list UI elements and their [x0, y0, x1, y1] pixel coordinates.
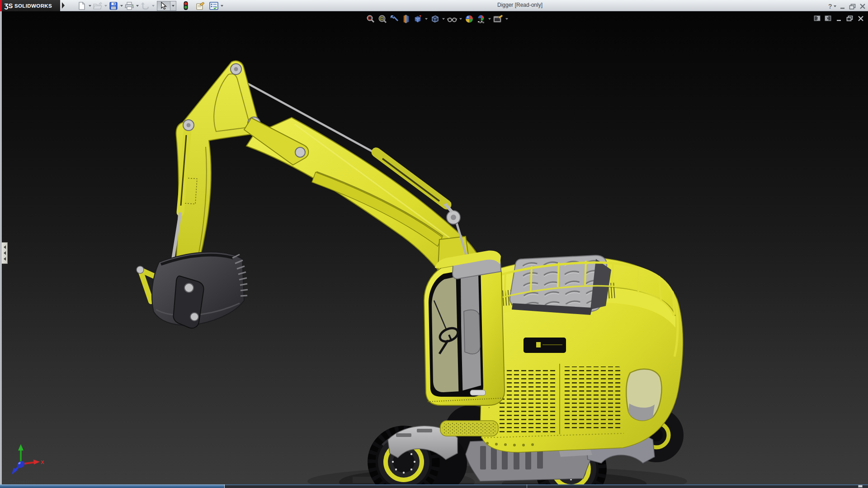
taskbar-tick	[858, 485, 863, 488]
save-dropdown[interactable]	[119, 1, 123, 11]
ds-logo-icon: ƷS	[5, 2, 13, 9]
zoom-to-area-button[interactable]	[377, 14, 388, 24]
undo-button[interactable]	[139, 1, 151, 11]
side-vent-left	[499, 368, 556, 434]
doc-restore-button[interactable]	[846, 15, 854, 22]
view-orientation-dropdown[interactable]	[424, 14, 429, 24]
view-orientation-label: *Dimetric	[8, 479, 36, 484]
excavator-model[interactable]	[0, 11, 868, 484]
featuremanager-collapsed-tab[interactable]	[2, 242, 8, 264]
app-restore-button[interactable]	[848, 3, 857, 10]
hide-show-items-dropdown[interactable]	[458, 14, 463, 24]
headsup-view-toolbar	[365, 14, 509, 24]
collapse-arrow-icon	[4, 251, 6, 255]
print-dropdown[interactable]	[135, 1, 139, 11]
new-document-dropdown[interactable]	[88, 1, 92, 11]
pane-split-left-button[interactable]	[813, 15, 821, 22]
taskbar-sliver	[0, 484, 868, 488]
hide-show-items-icon	[447, 14, 457, 23]
view-orientation-button[interactable]	[412, 14, 423, 24]
annotations-button[interactable]	[194, 1, 206, 11]
doc-close-button[interactable]	[857, 15, 864, 22]
save-button[interactable]	[108, 1, 119, 11]
view-settings-dropdown[interactable]	[505, 14, 509, 24]
app-name: SOLIDWORKS	[14, 3, 52, 9]
view-settings-icon	[493, 14, 503, 23]
open-button[interactable]	[92, 1, 104, 11]
edit-appearance-icon	[465, 14, 474, 23]
display-style-button[interactable]	[429, 14, 440, 24]
excavator-bucket[interactable]	[152, 252, 248, 328]
previous-view-button[interactable]	[389, 14, 400, 24]
reference-triad: X	[9, 444, 45, 479]
graphics-viewport[interactable]: X *Dimetric	[0, 11, 868, 484]
open-folder-icon	[93, 2, 102, 10]
edit-appearance-button[interactable]	[464, 14, 475, 24]
new-document-button[interactable]	[76, 1, 88, 11]
menu-expander-icon[interactable]	[62, 2, 65, 9]
open-dropdown[interactable]	[104, 1, 108, 11]
rebuild-stoplight-button[interactable]	[180, 1, 192, 11]
section-view-icon	[401, 14, 410, 23]
apply-scene-button[interactable]	[476, 14, 486, 24]
triad-x-label: X	[41, 460, 44, 465]
hide-show-items-button[interactable]	[447, 14, 458, 24]
stoplight-icon	[184, 1, 188, 10]
pane-split-right-button[interactable]	[824, 15, 832, 22]
section-view-button[interactable]	[401, 14, 411, 24]
excavator-cab[interactable]	[424, 251, 505, 406]
standard-toolbar	[76, 0, 224, 11]
zoom-to-fit-icon	[366, 14, 375, 23]
side-vent-right	[562, 366, 620, 431]
view-settings-button[interactable]	[493, 14, 504, 24]
print-button[interactable]	[123, 1, 135, 11]
save-icon	[109, 2, 118, 10]
print-icon	[125, 2, 134, 10]
options-dropdown[interactable]	[220, 1, 224, 11]
select-button[interactable]	[157, 1, 170, 11]
apply-scene-dropdown[interactable]	[487, 14, 492, 24]
options-list-icon	[209, 2, 218, 10]
annotation-icon	[196, 2, 205, 10]
viewport-window-controls	[813, 15, 864, 22]
options-button[interactable]	[208, 1, 220, 11]
new-document-icon	[78, 2, 86, 10]
help-dropdown[interactable]	[833, 1, 837, 11]
solidworks-logo[interactable]: ƷS SOLIDWORKS	[0, 0, 60, 11]
title-bar: ƷS SOLIDWORKS	[0, 0, 868, 11]
select-cursor-icon	[160, 2, 167, 10]
zoom-to-fit-button[interactable]	[365, 14, 376, 24]
collapse-arrow-icon	[4, 257, 6, 261]
display-style-dropdown[interactable]	[441, 14, 446, 24]
help-button[interactable]: ?	[828, 3, 832, 10]
display-style-icon	[430, 14, 439, 23]
app-close-button[interactable]	[858, 3, 867, 10]
apply-scene-icon	[476, 14, 486, 23]
select-dropdown[interactable]	[170, 1, 176, 11]
collapse-arrow-icon	[4, 245, 6, 249]
app-minimize-button[interactable]	[838, 3, 847, 10]
taskbar-divider	[225, 484, 868, 485]
document-title: Digger [Read-only]	[475, 2, 565, 8]
taskbar-segment[interactable]	[0, 484, 225, 488]
undo-dropdown[interactable]	[151, 1, 155, 11]
undo-icon	[141, 2, 150, 10]
doc-minimize-button[interactable]	[835, 15, 843, 22]
zoom-to-area-icon	[378, 14, 387, 23]
view-orientation-icon	[413, 14, 422, 23]
previous-view-icon	[390, 14, 399, 23]
taskbar-divider	[527, 484, 527, 488]
